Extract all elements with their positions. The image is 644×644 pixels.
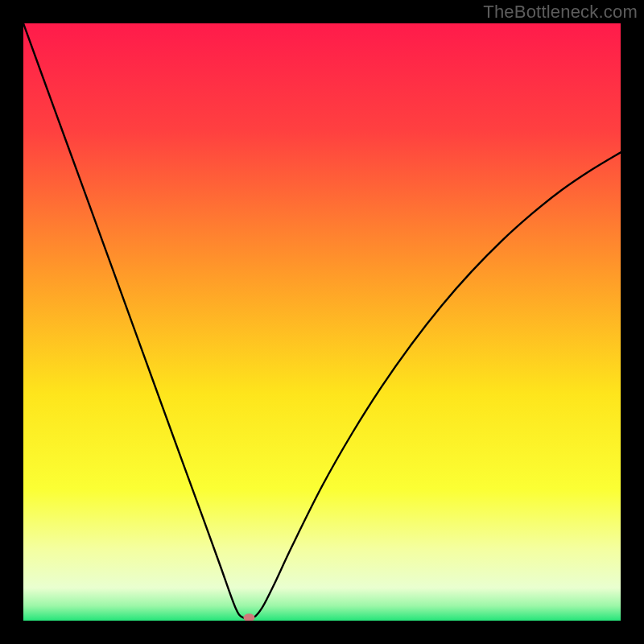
watermark-text: TheBottleneck.com <box>483 2 638 23</box>
bottleneck-chart <box>23 23 621 621</box>
chart-frame: TheBottleneck.com <box>0 0 644 644</box>
plot-area <box>23 23 621 621</box>
gradient-background <box>23 23 621 621</box>
